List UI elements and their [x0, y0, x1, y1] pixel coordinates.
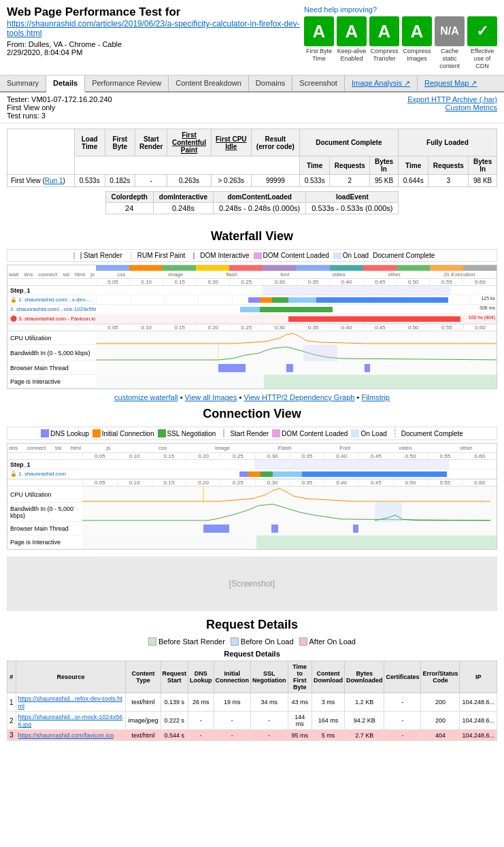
req-row-1: 1 https://shaunrashid...refox-dev-tools.… — [7, 693, 497, 712]
svg-rect-5 — [218, 364, 246, 372]
filmstrip-link[interactable]: Filmstrip — [361, 393, 390, 401]
col-doc-complete: Document Complete — [299, 129, 398, 156]
dom-content-loaded-value: 0.248s - 0.248s (0.000s) — [213, 203, 305, 214]
waterfall-links: customize waterfall • View all Images • … — [0, 393, 504, 401]
grade-first-byte: A First ByteTime — [304, 16, 334, 69]
svg-rect-7 — [365, 364, 370, 372]
col-full-time: Time — [398, 156, 429, 175]
bandwidth-row: Bandwidth In (0 - 5,000 kbps) — [7, 345, 497, 361]
page-title: Web Page Performance Test for — [7, 5, 304, 19]
request-table-title: Request Details — [7, 650, 497, 658]
col-first-byte: FirstByte — [105, 129, 135, 156]
waterfall-title: Waterfall View — [7, 229, 497, 244]
view-images-link[interactable]: View all Images — [185, 393, 237, 401]
request-table: # Resource ContentType RequestStart DNSL… — [7, 661, 497, 741]
custom-metrics-link[interactable]: Custom Metrics — [446, 103, 497, 112]
connection-legend: DNS Lookup Initial Connection SSL Negoti… — [7, 427, 497, 440]
req-2-url[interactable]: https://shaunrashid...or-mock-1024x566.j… — [18, 714, 123, 728]
col-full-bytes: BytesIn — [469, 156, 497, 175]
col-doc-requests: Requests — [330, 156, 370, 175]
run1-link[interactable]: Run 1 — [45, 177, 63, 184]
request-filters: Before Start Render Before On Load After… — [7, 637, 497, 646]
legend-doc-complete: Document Complete — [373, 252, 435, 259]
req-row-2: 2 https://shaunrashid...or-mock-1024x566… — [7, 712, 497, 730]
filter-after-onload: After On Load — [299, 637, 356, 646]
nav-tabs: Summary Details Performance Review Conte… — [0, 76, 504, 93]
req-row-3: 3 https://shaunrashid.com/favicon.ico te… — [7, 730, 497, 741]
req-1-url[interactable]: https://shaunrashid...refox-dev-tools.ht… — [18, 695, 122, 710]
req-3-url[interactable]: https://shaunrashid.com/favicon.ico — [18, 732, 114, 739]
http2-link[interactable]: View HTTP/2 Dependency Graph — [243, 393, 354, 401]
info-bar: Tester: VM01-07-172.16.20.240 First View… — [0, 93, 504, 123]
export-link[interactable]: Export HTTP Archive (.har) — [407, 95, 497, 103]
connection-chart: dnsconnectsslhtml jscssimageFlashFontvid… — [7, 443, 497, 550]
wf-row-2: 2. shaunrashid.com/...ock-1024x566.jpg 3… — [7, 305, 497, 314]
legend-on-load: On Load — [333, 252, 369, 259]
cpu-utilization-row: CPU Utilization — [7, 331, 497, 345]
customize-waterfall-link[interactable]: customize waterfall — [114, 393, 178, 401]
col-result: Result(error code) — [251, 129, 299, 156]
conn-cpu-row: CPU Utilization — [7, 486, 497, 503]
grade-cache: N/A Cachestaticcontent — [435, 16, 465, 69]
legend-rum: RUM First Paint — [127, 252, 186, 259]
tab-domains[interactable]: Domains — [249, 76, 292, 91]
conn-row-1: 🔒 1. shaunrashid.com — [7, 469, 497, 479]
tab-image-analysis[interactable]: Image Analysis ↗ — [345, 76, 418, 91]
tab-request-map[interactable]: Request Map ↗ — [418, 76, 484, 91]
metrics-section: LoadTime FirstByte StartRender FirstCont… — [0, 123, 504, 224]
request-details-section: Request Details Before Start Render Befo… — [0, 618, 504, 748]
waterfall-legend: | Start Render RUM First Paint DOM Inter… — [7, 249, 497, 262]
tester-info: Tester: VM01-07-172.16.20.240 — [7, 95, 112, 103]
svg-rect-13 — [271, 525, 278, 533]
runs-info: Test runs: 3 — [7, 112, 112, 120]
colordepth-table: Colordepth domInteractive domContentLoad… — [105, 191, 399, 214]
svg-rect-12 — [203, 525, 229, 533]
conn-browser-thread-row: Browser Main Thread — [7, 522, 497, 535]
table-row: First View (Run 1) 0.533s 0.182s - 0.263… — [7, 175, 497, 187]
col-fully-loaded: Fully Loaded — [398, 129, 497, 156]
dom-interactive-value: 0.248s — [153, 203, 213, 214]
filter-before-start: Before Start Render — [148, 637, 225, 646]
load-event-value: 0.533s - 0.533s (0.000s) — [306, 203, 399, 214]
header: Web Page Performance Test for https://sh… — [0, 0, 504, 76]
connection-title: Connection View — [7, 407, 497, 421]
colordepth-value: 24 — [105, 203, 153, 214]
grade-keepalive: A Keep-aliveEnabled — [337, 16, 367, 69]
view-info: First View only — [7, 103, 112, 112]
col-full-requests: Requests — [429, 156, 469, 175]
waterfall-section: Waterfall View | Start Render RUM First … — [0, 229, 504, 389]
tab-details[interactable]: Details — [46, 76, 85, 93]
screenshot-section: [Screenshot] — [7, 557, 497, 611]
col-first-cpu: First CPUIdle — [211, 129, 251, 156]
filter-before-onload: Before On Load — [231, 637, 294, 646]
svg-rect-11 — [375, 503, 402, 522]
waterfall-chart: waitdnsconnectsslhtmljs cssimageflashfon… — [7, 265, 497, 389]
tab-content[interactable]: Content Breakdown — [169, 76, 249, 91]
tab-summary[interactable]: Summary — [0, 76, 46, 91]
legend-dom-interactive: DOM Interactive — [189, 252, 249, 259]
col-load-time: LoadTime — [74, 129, 105, 156]
wf-row-3: 🔴 3. shaunrashid.com - Favicon.ico 100 h… — [7, 314, 497, 324]
wf-row-1: 🔒 1. shaunrashid.com/...x-dev-tools.html… — [7, 295, 497, 305]
grade-cdn: ✓ Effectiveuse ofCDN — [467, 16, 497, 69]
grade-compress-images: A CompressImages — [402, 16, 432, 69]
request-details-title: Request Details — [7, 618, 497, 632]
browser-thread-row: Browser Main Thread — [7, 361, 497, 375]
tab-performance[interactable]: Performance Review — [85, 76, 169, 91]
from-info: From: Dulles, VA - Chrome - Cable — [7, 40, 304, 48]
conn-bandwidth-row: Bandwidth In (0 - 5,000 kbps) — [7, 503, 497, 522]
date-info: 2/29/2020, 8:04:04 PM — [7, 48, 304, 56]
legend-dom-content: DOM Content Loaded — [254, 252, 329, 259]
help-link[interactable]: Need help improving? — [304, 5, 377, 14]
col-start-render: StartRender — [135, 129, 167, 156]
test-url-link[interactable]: https://shaunrashid.com/articles/2019/06… — [7, 19, 304, 38]
col-doc-time: Time — [299, 156, 330, 175]
conn-page-interactive-row: Page is Interactive — [7, 535, 497, 549]
grades-container: A First ByteTime A Keep-aliveEnabled A C… — [304, 16, 497, 69]
svg-rect-4 — [303, 345, 337, 361]
legend-start-render: | Start Render — [69, 252, 122, 259]
grade-compress-transfer: A CompressTransfer — [369, 16, 399, 69]
tab-screenshot[interactable]: Screenshot — [292, 76, 345, 91]
col-doc-bytes: BytesIn — [370, 156, 399, 175]
col-fcp: FirstContentfulPaint — [167, 129, 211, 156]
